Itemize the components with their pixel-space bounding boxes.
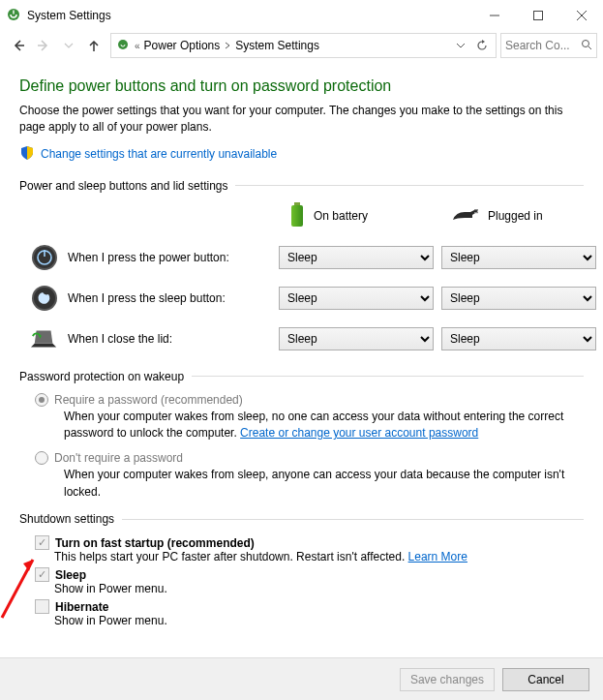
svg-point-9 bbox=[118, 40, 128, 49]
navbar: « Power Options System Settings Search C… bbox=[0, 29, 603, 62]
fast-startup-desc: This helps start your PC faster after sh… bbox=[19, 550, 584, 563]
search-icon bbox=[581, 39, 592, 53]
checkbox-sleep[interactable]: Sleep bbox=[19, 567, 584, 582]
sleep-button-icon bbox=[31, 285, 58, 312]
col-label: Plugged in bbox=[488, 209, 543, 223]
radio-label: Don't require a password bbox=[54, 451, 183, 465]
breadcrumb-dropdown-icon[interactable] bbox=[451, 36, 470, 55]
row-lid: When I close the lid: bbox=[19, 325, 271, 352]
hibernate-desc: Show in Power menu. bbox=[19, 614, 584, 627]
row-label-text: When I press the power button: bbox=[68, 251, 229, 264]
divider bbox=[122, 519, 584, 520]
up-button[interactable] bbox=[81, 33, 106, 58]
svg-rect-1 bbox=[13, 10, 14, 14]
sleep-button-battery-select[interactable]: Sleep bbox=[279, 287, 434, 310]
plug-icon bbox=[451, 206, 480, 227]
power-button-battery-select[interactable]: Sleep bbox=[279, 246, 434, 269]
col-label: On battery bbox=[314, 209, 368, 223]
change-unavailable-link[interactable]: Change settings that are currently unava… bbox=[19, 145, 584, 164]
cancel-button[interactable]: Cancel bbox=[502, 668, 589, 691]
breadcrumb-seg-system-settings[interactable]: System Settings bbox=[235, 39, 319, 52]
learn-more-link[interactable]: Learn More bbox=[408, 550, 467, 563]
close-button[interactable] bbox=[559, 2, 603, 29]
breadcrumb[interactable]: « Power Options System Settings bbox=[110, 33, 497, 58]
password-radio-group: Require a password (recommended) When yo… bbox=[19, 393, 584, 502]
checkbox-fast-startup[interactable]: Turn on fast startup (recommended) bbox=[19, 535, 584, 550]
page-subtitle: Choose the power settings that you want … bbox=[19, 103, 584, 136]
window-controls bbox=[472, 2, 603, 29]
checkbox-icon bbox=[35, 567, 49, 582]
back-button[interactable] bbox=[6, 33, 31, 58]
app-icon bbox=[6, 7, 21, 25]
checkbox-icon bbox=[35, 599, 49, 614]
row-label-text: When I close the lid: bbox=[68, 332, 172, 346]
svg-rect-12 bbox=[294, 202, 300, 205]
create-password-link[interactable]: Create or change your user account passw… bbox=[240, 426, 478, 440]
sleep-desc: Show in Power menu. bbox=[19, 582, 584, 595]
section-label: Password protection on wakeup bbox=[19, 370, 184, 383]
desc-text: This helps start your PC faster after sh… bbox=[54, 550, 408, 563]
radio-require-desc: When your computer wakes from sleep, no … bbox=[35, 409, 584, 442]
radio-icon bbox=[35, 393, 48, 407]
search-input[interactable]: Search Co... bbox=[500, 33, 597, 58]
content: Define power buttons and turn on passwor… bbox=[0, 62, 603, 627]
chevron-right-icon: « bbox=[135, 41, 140, 51]
section-label: Power and sleep buttons and lid settings bbox=[19, 179, 227, 193]
svg-rect-19 bbox=[44, 250, 45, 257]
chevron-right-icon bbox=[224, 42, 231, 49]
power-button-icon bbox=[31, 244, 58, 271]
radio-require-password[interactable]: Require a password (recommended) bbox=[35, 393, 584, 407]
divider bbox=[192, 376, 584, 377]
checkbox-hibernate[interactable]: Hibernate bbox=[19, 599, 584, 614]
radio-label: Require a password (recommended) bbox=[54, 393, 243, 407]
checkbox-icon bbox=[35, 535, 49, 550]
page-title: Define power buttons and turn on passwor… bbox=[19, 77, 584, 95]
footer: Save changes Cancel bbox=[0, 657, 603, 700]
section-label: Shutdown settings bbox=[19, 512, 114, 526]
svg-point-10 bbox=[583, 40, 589, 46]
lid-ac-select[interactable]: Sleep bbox=[441, 327, 596, 350]
shield-icon bbox=[19, 145, 35, 164]
search-placeholder: Search Co... bbox=[505, 39, 577, 52]
section-shutdown-heading: Shutdown settings bbox=[19, 512, 584, 526]
maximize-button[interactable] bbox=[516, 2, 559, 29]
sleep-button-ac-select[interactable]: Sleep bbox=[441, 287, 596, 310]
col-plugged-in: Plugged in bbox=[441, 206, 596, 227]
laptop-lid-icon bbox=[31, 325, 58, 352]
svg-line-11 bbox=[588, 46, 591, 49]
radio-dont-require-desc: When your computer wakes from sleep, any… bbox=[35, 467, 584, 501]
checkbox-label: Hibernate bbox=[55, 600, 108, 614]
forward-button[interactable] bbox=[31, 33, 56, 58]
row-power-button: When I press the power button: bbox=[19, 244, 271, 271]
breadcrumb-label: Power Options bbox=[144, 39, 221, 52]
radio-icon bbox=[35, 451, 48, 465]
col-on-battery: On battery bbox=[279, 202, 434, 230]
svg-rect-15 bbox=[474, 212, 478, 213]
breadcrumb-label: System Settings bbox=[235, 39, 319, 52]
svg-rect-13 bbox=[291, 205, 303, 227]
recent-dropdown-icon[interactable] bbox=[56, 33, 81, 58]
divider bbox=[235, 185, 584, 186]
row-label-text: When I press the sleep button: bbox=[68, 291, 226, 305]
section-buttons-heading: Power and sleep buttons and lid settings bbox=[19, 179, 584, 193]
lid-battery-select[interactable]: Sleep bbox=[279, 327, 434, 350]
battery-icon bbox=[288, 202, 306, 230]
checkbox-label: Turn on fast startup (recommended) bbox=[55, 536, 255, 550]
power-grid: On battery Plugged in bbox=[19, 202, 584, 352]
refresh-button[interactable] bbox=[472, 36, 492, 55]
power-button-ac-select[interactable]: Sleep bbox=[441, 246, 596, 269]
save-button[interactable]: Save changes bbox=[400, 668, 495, 691]
titlebar: System Settings bbox=[0, 0, 603, 29]
breadcrumb-root-icon bbox=[115, 37, 131, 55]
change-unavailable-label: Change settings that are currently unava… bbox=[41, 147, 277, 161]
radio-dont-require[interactable]: Don't require a password bbox=[35, 451, 584, 465]
minimize-button[interactable] bbox=[472, 2, 516, 29]
section-password-heading: Password protection on wakeup bbox=[19, 370, 584, 383]
svg-rect-14 bbox=[474, 209, 478, 210]
checkbox-label: Sleep bbox=[55, 568, 86, 582]
row-sleep-button: When I press the sleep button: bbox=[19, 285, 271, 312]
window-title: System Settings bbox=[27, 9, 111, 22]
breadcrumb-seg-power-options[interactable]: Power Options bbox=[144, 39, 232, 52]
svg-rect-3 bbox=[533, 12, 542, 20]
